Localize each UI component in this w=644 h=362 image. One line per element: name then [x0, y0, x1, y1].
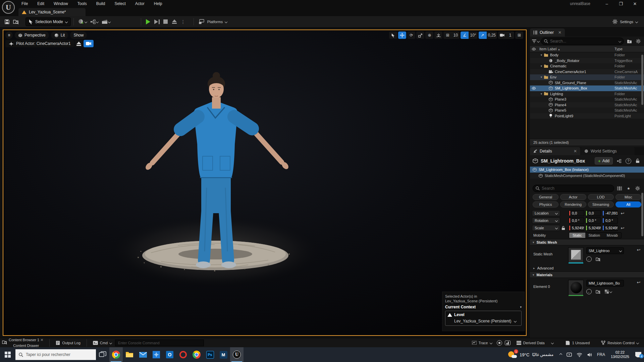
- new-folder-button[interactable]: +: [626, 38, 633, 45]
- edit-blueprint-button[interactable]: [615, 157, 623, 165]
- menu-item-tools[interactable]: Tools: [73, 0, 91, 7]
- item-label-column[interactable]: Item Label: [539, 47, 556, 51]
- filter-pill-streaming[interactable]: Streaming: [588, 201, 614, 207]
- rotation-snap-toggle[interactable]: ∠: [461, 32, 469, 39]
- component-row[interactable]: SM_Lightroom_Box (Instance): [530, 167, 644, 173]
- wifi-icon[interactable]: [574, 347, 585, 362]
- outliner-row-cinematic[interactable]: ▾CinematicFolder: [530, 63, 644, 69]
- move-tool-button[interactable]: [398, 32, 406, 39]
- rotation-dropdown[interactable]: Rotation: [532, 218, 560, 224]
- settings-dropdown[interactable]: Settings: [611, 17, 639, 26]
- outliner-row-env[interactable]: ▾EnvFolder: [530, 74, 644, 80]
- taskbar-app-outlook[interactable]: O: [163, 347, 176, 362]
- add-actor-dropdown[interactable]: +: [76, 17, 89, 26]
- taskbar-app-file-explorer[interactable]: [123, 347, 136, 362]
- profiler-button[interactable]: [503, 338, 513, 347]
- component-row[interactable]: StaticMeshComponent (StaticMeshComponent…: [530, 173, 644, 179]
- blueprints-dropdown[interactable]: [89, 17, 100, 26]
- scale-snap-toggle[interactable]: ↗: [479, 32, 487, 39]
- content-browser-button[interactable]: [11, 17, 21, 26]
- favorites-button[interactable]: ★: [625, 185, 632, 192]
- tab-world-settings[interactable]: World Settings: [581, 147, 635, 155]
- menu-item-actor[interactable]: Actor: [131, 0, 149, 7]
- restore-button[interactable]: ❐: [614, 0, 628, 7]
- material-revert-button[interactable]: ↩: [635, 280, 642, 295]
- taskbar-app-opera[interactable]: [176, 347, 190, 362]
- minimize-button[interactable]: –: [600, 0, 614, 7]
- scale-y-field[interactable]: 5,92495: [586, 225, 601, 231]
- language-indicator[interactable]: FRA: [595, 347, 607, 362]
- trace-dropdown[interactable]: Trace: [469, 338, 495, 347]
- console-command-input[interactable]: [115, 340, 204, 346]
- taskbar-app-task-view[interactable]: [96, 347, 109, 362]
- cinematics-dropdown[interactable]: [100, 17, 112, 26]
- stop-piloting-button[interactable]: [75, 40, 83, 47]
- outliner-row-sm_lightroom_box[interactable]: SM_Lightroom_BoxStaticMeshAc: [530, 85, 644, 91]
- scale-x-field[interactable]: 5,92495: [569, 225, 584, 231]
- taskbar-app-mail[interactable]: [136, 347, 150, 362]
- scale-lock-button[interactable]: [561, 226, 568, 230]
- outliner-filter-button[interactable]: [532, 38, 539, 45]
- rotate-tool-button[interactable]: ⟳: [407, 32, 415, 39]
- taskbar-app-chrome-2[interactable]: [190, 347, 203, 362]
- save-button[interactable]: [3, 17, 11, 26]
- filter-pill-rendering[interactable]: Rendering: [560, 201, 586, 207]
- location-z-field[interactable]: -47,091: [602, 210, 618, 216]
- taskbar-app-photos[interactable]: [150, 347, 163, 362]
- stop-button[interactable]: [161, 17, 170, 26]
- taskbar-app-matlab[interactable]: M: [217, 347, 230, 362]
- close-outliner-icon[interactable]: ✕: [558, 30, 561, 35]
- grid-snap-value[interactable]: 10: [451, 32, 460, 39]
- viewport-options-button[interactable]: ≡: [5, 32, 13, 39]
- close-button[interactable]: ✕: [628, 0, 642, 7]
- mobility-option-movab[interactable]: Movab: [603, 233, 621, 238]
- static-mesh-asset-dropdown[interactable]: SM_Lightroo: [586, 247, 624, 254]
- scale-snap-value[interactable]: 0,25: [487, 32, 497, 39]
- outliner-scrollbar[interactable]: [641, 55, 643, 105]
- pilot-actor-button[interactable]: Pilot Actor: CineCameraActor1: [5, 40, 74, 47]
- outliner-row-cinecameraactor1[interactable]: CineCameraActor1CineCameraA: [530, 69, 644, 75]
- maximize-viewport-button[interactable]: ⊞: [515, 32, 523, 39]
- weather-widget[interactable]: 1 19°C مشمس غالبًا: [504, 351, 557, 359]
- selection-mode-dropdown[interactable]: Selection Mode: [25, 17, 71, 26]
- filter-pill-misc[interactable]: Misc: [615, 194, 641, 200]
- add-component-button[interactable]: +Add: [595, 157, 613, 165]
- scale-revert-button[interactable]: ↩: [619, 226, 626, 231]
- static-mesh-section-header[interactable]: ▾Static Mesh: [530, 239, 644, 245]
- browse-to-asset-button[interactable]: [594, 255, 602, 263]
- camera-speed-button[interactable]: [498, 32, 506, 39]
- rotation-z-field[interactable]: 0,0 °: [602, 218, 618, 224]
- notification-center-button[interactable]: 4: [633, 347, 644, 362]
- details-search[interactable]: [533, 185, 614, 192]
- perspective-dropdown[interactable]: Perspective: [15, 32, 49, 39]
- play-button[interactable]: [144, 17, 153, 26]
- outliner-row-plane5[interactable]: Plane5StaticMeshAc: [530, 108, 644, 113]
- taskbar-app-chrome[interactable]: [109, 347, 123, 362]
- insights-button[interactable]: [495, 338, 503, 347]
- scale-z-field[interactable]: 5,92495: [602, 225, 618, 231]
- outliner-row-body[interactable]: ▾BodyFolder: [530, 52, 644, 58]
- pilot-camera-button[interactable]: [84, 40, 94, 47]
- lock-button[interactable]: [634, 157, 641, 165]
- menu-item-select[interactable]: Select: [110, 0, 129, 7]
- level-context-dropdown[interactable]: Lev_Yazkua_Scene (Persistent): [447, 317, 519, 324]
- details-search-input[interactable]: [542, 186, 611, 191]
- play-options-button[interactable]: ⋮: [179, 17, 187, 26]
- outliner-row-plane4[interactable]: Plane4StaticMeshAc: [530, 102, 644, 108]
- content-drawer-button[interactable]: Content Browser 1 ✕ Content Drawer: [0, 338, 47, 347]
- outliner-row-sm_ground_plane[interactable]: SM_Ground_PlaneStaticMeshAc: [530, 80, 644, 86]
- platforms-dropdown[interactable]: Platforms: [197, 17, 229, 26]
- rotation-x-field[interactable]: 0,0 °: [569, 218, 584, 224]
- materials-section-header[interactable]: ▾Materials: [530, 272, 644, 278]
- level-viewport[interactable]: ≡ Perspective Lit Show Pilot Actor: Cine…: [3, 29, 527, 336]
- rotation-y-field[interactable]: 0,0 °: [586, 218, 601, 224]
- static-mesh-thumbnail[interactable]: [568, 247, 584, 263]
- close-details-icon[interactable]: ✕: [574, 149, 577, 154]
- mobility-option-station[interactable]: Station: [585, 233, 603, 238]
- eject-button[interactable]: [170, 17, 179, 26]
- cast-icon[interactable]: [564, 347, 574, 362]
- grid-snap-toggle[interactable]: ⊞: [443, 32, 451, 39]
- location-y-field[interactable]: 0,0: [586, 210, 601, 216]
- location-dropdown[interactable]: Location: [532, 210, 560, 216]
- use-selected-asset-button[interactable]: ←: [586, 256, 592, 262]
